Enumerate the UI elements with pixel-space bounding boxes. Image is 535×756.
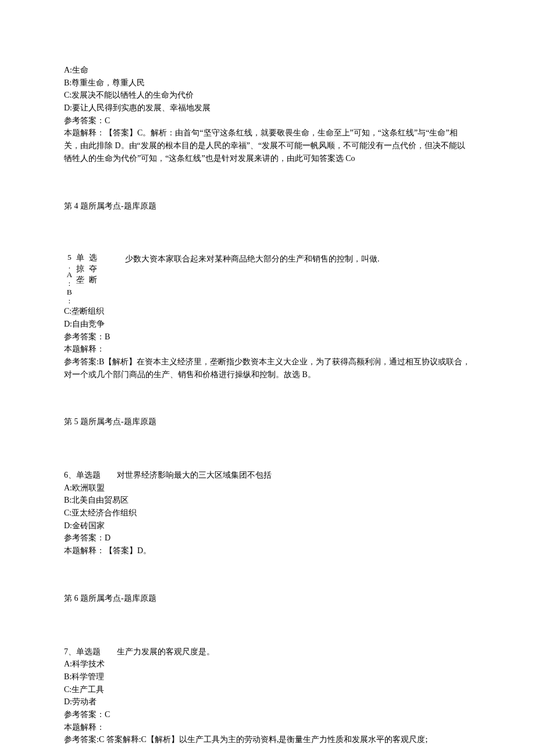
option-d: D:金砖国家 (64, 519, 471, 532)
option-d: D:自由竞争 (64, 318, 471, 331)
v2b: 夺 (89, 264, 97, 275)
option-b: B:科学管理 (64, 671, 471, 683)
question-6: 6、单选题 对世界经济影响最大的三大区域集团不包括 A:欧洲联盟 B:北美自由贸… (64, 469, 471, 605)
q5-stem-row: 5.A:B: 单 选 掠 夺 垄 断 少数大资本家联合起来对某种商品绝大部分的生… (64, 253, 471, 305)
explanation-head: 本题解释： (64, 721, 471, 734)
option-b: B:北美自由贸易区 (64, 494, 471, 507)
explanation: 参考答案:B【解析】在资本主义经济里，垄断指少数资本主义大企业，为了获得高额利润… (64, 356, 471, 381)
question-3: A:生命 B:尊重生命，尊重人民 C:发展决不能以牺牲人的生命为代价 D:要让人… (64, 64, 471, 212)
option-c: C:发展决不能以牺牲人的生命为代价 (64, 89, 471, 102)
option-a: A:生命 (64, 64, 471, 77)
topic-note: 第 5 题所属考点-题库原题 (64, 415, 471, 428)
question-5: 5.A:B: 单 选 掠 夺 垄 断 少数大资本家联合起来对某种商品绝大部分的生… (64, 253, 471, 428)
answer: 参考答案：B (64, 331, 471, 343)
q5-vertical-prefix: 5.A:B: (64, 253, 74, 305)
option-d: D:要让人民得到实惠的发展、幸福地发展 (64, 102, 471, 114)
answer: 参考答案：C (64, 114, 471, 127)
option-b: B:尊重生命，尊重人民 (64, 77, 471, 89)
option-d: D:劳动者 (64, 696, 471, 708)
explanation: 本题解释：【答案】D。 (64, 544, 471, 557)
v1a: 单 (76, 253, 84, 264)
explanation-head: 本题解释： (64, 343, 471, 356)
q5-stem-right: 少数大资本家联合起来对某种商品绝大部分的生产和销售的控制，叫做. (122, 253, 380, 266)
question-7: 7、单选题 生产力发展的客观尺度是。 A:科学技术 B:科学管理 C:生产工具 … (64, 646, 471, 747)
explanation: 本题解释：【答案】C。解析：由首句“坚守这条红线，就要敬畏生命，生命至上”可知，… (64, 127, 471, 164)
v2a: 掠 (76, 264, 84, 275)
stem: 7、单选题 生产力发展的客观尺度是。 (64, 646, 471, 658)
v3a: 垄 (76, 275, 84, 286)
stem: 6、单选题 对世界经济影响最大的三大区域集团不包括 (64, 469, 471, 482)
topic-note: 第 4 题所属考点-题库原题 (64, 200, 471, 213)
explanation: 参考答案:C 答案解释:C【解析】以生产工具为主的劳动资料,是衡量生产力性质和发… (64, 733, 471, 746)
v3b: 断 (89, 275, 97, 286)
option-a: A:欧洲联盟 (64, 482, 471, 495)
answer: 参考答案：D (64, 532, 471, 544)
option-c: C:垄断组织 (64, 305, 471, 318)
v1b: 选 (89, 253, 97, 264)
q5-vertical-chars: 单 选 掠 夺 垄 断 (76, 253, 97, 286)
answer: 参考答案：C (64, 708, 471, 721)
topic-note: 第 6 题所属考点-题库原题 (64, 592, 471, 605)
option-c: C:生产工具 (64, 683, 471, 696)
option-c: C:亚太经济合作组织 (64, 507, 471, 519)
option-a: A:科学技术 (64, 658, 471, 671)
